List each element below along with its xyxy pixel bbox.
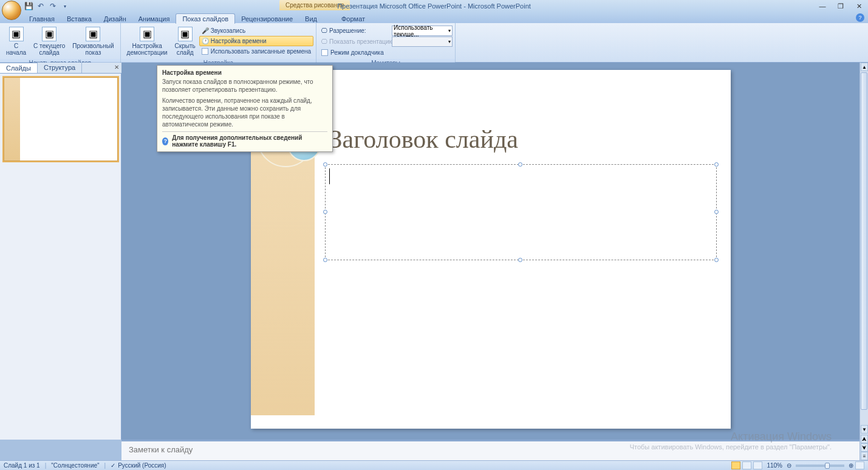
selection-handle[interactable]	[323, 258, 327, 262]
scrollbar-thumb[interactable]	[861, 72, 867, 410]
tab-review[interactable]: Рецензирование	[235, 14, 299, 24]
scroll-down-icon[interactable]: ▼	[861, 425, 868, 434]
office-button[interactable]	[2, 1, 21, 20]
show-on-label: 🖵Показать презентацию на:	[319, 36, 392, 47]
minimize-button[interactable]: —	[813, 0, 832, 12]
close-button[interactable]: ✕	[850, 0, 868, 12]
next-slide-icon[interactable]: ⮟	[861, 443, 868, 452]
zoom-slider[interactable]	[796, 465, 844, 467]
custom-show-button[interactable]: ▣ Произвольный показ	[69, 24, 117, 58]
redo-icon[interactable]: ↷	[47, 1, 58, 12]
status-bar: Слайд 1 из 1 | "Солнцестояние" | ✓ Русск…	[0, 460, 868, 470]
clock-icon: 🕐	[202, 38, 209, 44]
from-current-button[interactable]: ▣ С текущего слайда	[30, 24, 69, 58]
tab-slideshow[interactable]: Показ слайдов	[176, 13, 235, 24]
custom-show-icon: ▣	[86, 27, 100, 41]
ribbon-group-start-slideshow: ▣ С начала ▣ С текущего слайда ▣ Произво…	[0, 23, 121, 62]
save-icon[interactable]: 💾	[23, 1, 34, 12]
vertical-scrollbar[interactable]: ▲ ▼ ⮝ ⮟ ≡	[859, 63, 868, 460]
thumbnail-panel	[0, 74, 121, 440]
status-language[interactable]: Русский (Россия)	[118, 462, 166, 469]
record-narration-button[interactable]: 🎤Звукозапись	[199, 26, 313, 36]
selection-handle[interactable]	[323, 162, 327, 167]
sorter-view-button[interactable]	[742, 461, 751, 469]
selection-handle[interactable]	[323, 210, 327, 214]
title-bar: 💾 ↶ ↷ ▾ Средства рисования Презентация M…	[0, 0, 868, 12]
tab-design[interactable]: Дизайн	[98, 14, 132, 24]
setup-slideshow-button[interactable]: ▣ Настройка демонстрации	[123, 24, 171, 58]
slide-nav-icon[interactable]: ≡	[861, 452, 868, 460]
resolution-label: 🖵Разрешение:	[319, 26, 392, 36]
ribbon-tabs: Главная Вставка Дизайн Анимация Показ сл…	[0, 12, 868, 23]
thumbnail-panel-tabs: Слайды Структура ✕	[0, 63, 121, 74]
zoom-level[interactable]: 110%	[767, 462, 782, 469]
windows-activation-watermark: Активация Windows Чтобы активировать Win…	[630, 430, 832, 451]
prev-slide-icon[interactable]: ⮝	[861, 435, 868, 443]
checkbox-icon	[202, 48, 208, 55]
slide-thumbnail-1[interactable]	[4, 77, 118, 161]
record-icon: 🎤	[202, 27, 209, 34]
tooltip-text-1: Запуск показа слайдов в полноэкранном ре…	[162, 78, 327, 94]
notes-placeholder: Заметки к слайду	[129, 445, 193, 454]
status-right-controls: 110% ⊖ ⊕	[731, 461, 864, 469]
from-current-icon: ▣	[42, 27, 56, 41]
qat-customize-icon[interactable]: ▾	[60, 1, 70, 12]
help-icon[interactable]: ?	[856, 13, 864, 22]
tab-home[interactable]: Главная	[23, 14, 61, 24]
tab-view[interactable]: Вид	[299, 14, 323, 24]
tab-format[interactable]: Формат	[335, 14, 371, 24]
tooltip-text-2: Количество времени, потраченное на кажды…	[162, 97, 327, 128]
normal-view-button[interactable]	[731, 461, 740, 469]
show-on-dropdown[interactable]: ▾	[392, 36, 453, 47]
setup-icon: ▣	[140, 27, 154, 41]
selection-handle[interactable]	[518, 258, 522, 262]
from-beginning-button[interactable]: ▣ С начала	[2, 24, 30, 58]
tooltip-rehearse-timings: Настройка времени Запуск показа слайдов …	[157, 65, 333, 152]
selection-handle[interactable]	[518, 162, 522, 167]
window-controls: — ❐ ✕	[813, 0, 868, 12]
zoom-in-button[interactable]: ⊕	[849, 462, 853, 469]
status-theme: "Солнцестояние"	[51, 462, 99, 469]
resolution-dropdown[interactable]: Использовать текуще...▾	[392, 26, 453, 36]
ribbon-group-monitors: 🖵Разрешение: Использовать текуще...▾ 🖵По…	[316, 23, 456, 62]
tooltip-f1-hint: ? Для получения дополнительных сведений …	[162, 131, 327, 148]
monitor-icon: 🖵	[321, 27, 327, 34]
zoom-out-button[interactable]: ⊖	[787, 462, 791, 469]
undo-icon[interactable]: ↶	[35, 1, 46, 12]
quick-access-toolbar: 💾 ↶ ↷ ▾	[23, 1, 70, 12]
use-timings-checkbox[interactable]: Использовать записанные времена	[199, 46, 313, 57]
selection-handle[interactable]	[714, 258, 719, 262]
status-slide-info: Слайд 1 из 1	[4, 462, 40, 469]
app-title: Презентация Microsoft Office PowerPoint …	[337, 2, 531, 10]
panel-tab-outline[interactable]: Структура	[38, 63, 82, 73]
help-icon: ?	[162, 137, 168, 145]
panel-tab-slides[interactable]: Слайды	[0, 63, 38, 73]
ribbon: ▣ С начала ▣ С текущего слайда ▣ Произво…	[0, 23, 868, 63]
hide-slide-button[interactable]: ▣ Скрыть слайд	[171, 24, 199, 58]
tab-insert[interactable]: Вставка	[61, 14, 98, 24]
chevron-down-icon: ▾	[448, 39, 451, 44]
scroll-up-icon[interactable]: ▲	[861, 63, 868, 71]
maximize-button[interactable]: ❐	[832, 0, 850, 12]
presenter-view-checkbox[interactable]: Режим докладчика	[319, 47, 453, 58]
slideshow-view-button[interactable]	[753, 461, 762, 469]
monitor-icon: 🖵	[321, 38, 327, 45]
selection-handle[interactable]	[714, 210, 719, 214]
fit-to-window-button[interactable]	[855, 461, 864, 469]
tab-animations[interactable]: Анимация	[132, 14, 176, 24]
from-beginning-icon: ▣	[9, 27, 24, 41]
selection-handle[interactable]	[714, 162, 719, 167]
text-cursor	[329, 168, 330, 184]
slide-title-text[interactable]: Заголовок слайда	[330, 125, 518, 154]
spellcheck-icon[interactable]: ✓	[111, 462, 115, 469]
checkbox-icon	[321, 49, 328, 56]
rehearse-timings-button[interactable]: 🕐Настройка времени	[199, 36, 313, 46]
content-placeholder[interactable]	[325, 164, 717, 260]
zoom-slider-thumb[interactable]	[825, 463, 830, 469]
thumbnail-design-band	[4, 78, 20, 161]
ribbon-group-setup: ▣ Настройка демонстрации ▣ Скрыть слайд …	[121, 23, 316, 62]
chevron-down-icon: ▾	[448, 28, 451, 33]
panel-close-icon[interactable]: ✕	[114, 64, 119, 71]
tooltip-title: Настройка времени	[162, 69, 327, 76]
hide-slide-icon: ▣	[178, 27, 193, 41]
